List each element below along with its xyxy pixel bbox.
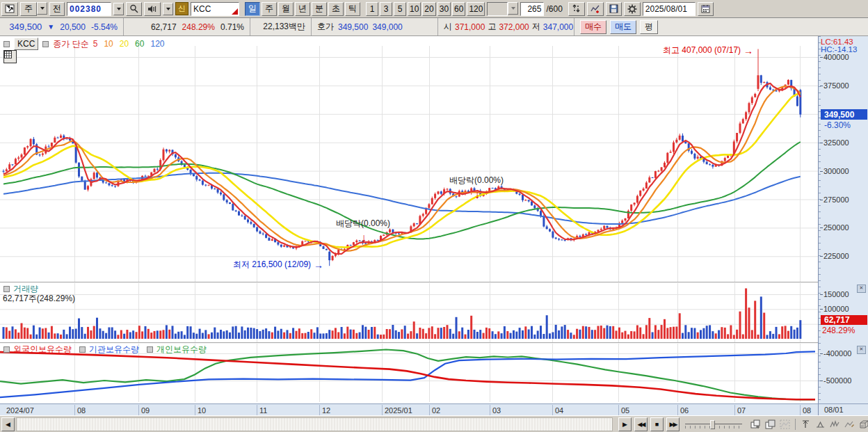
holders-tick--400000: -400000 xyxy=(823,349,851,358)
date-input[interactable]: 2025/08/01 xyxy=(643,2,696,16)
cube-chart-button[interactable] xyxy=(858,418,868,431)
indicator-handle-icon[interactable] xyxy=(42,41,49,47)
stock-name-field[interactable]: KCC xyxy=(191,2,239,16)
copy-window-icon xyxy=(765,419,775,429)
interval-buttons: 13510203060120 xyxy=(366,2,485,16)
gear-icon xyxy=(627,4,637,14)
playback-controls: ▶ ◀◀ ■ ▶▶ xyxy=(617,417,680,431)
period-tab-일[interactable]: 일 xyxy=(245,2,260,16)
x-axis-label-11: 11 xyxy=(257,405,267,415)
interval-button-20[interactable]: 20 xyxy=(422,2,435,16)
chart-plot-area[interactable]: KCC 종가 단순 5102060120 거래량 62,717주(248.29%… xyxy=(0,36,818,403)
extra-combo[interactable] xyxy=(487,2,518,16)
chart-scrollbar-track[interactable] xyxy=(16,417,613,431)
new-window-button[interactable] xyxy=(749,418,762,431)
trend-box-icon xyxy=(780,419,790,429)
holders-handle-icon-2[interactable] xyxy=(147,346,153,353)
fast-forward-button[interactable]: ▶▶ xyxy=(666,417,680,431)
interval-button-120[interactable]: 120 xyxy=(467,2,485,16)
grid-icon xyxy=(4,51,12,58)
x-axis-label-02: 02 xyxy=(429,405,440,415)
quote-turnover: 0.71% xyxy=(220,22,244,32)
period-tab-틱[interactable]: 틱 xyxy=(345,2,360,16)
candle-count-input[interactable]: 265 xyxy=(520,2,544,16)
interval-button-30[interactable]: 30 xyxy=(437,2,451,16)
period-tab-년[interactable]: 년 xyxy=(295,2,310,16)
interval-button-1[interactable]: 1 xyxy=(366,2,378,16)
interval-button-3[interactable]: 3 xyxy=(380,2,392,16)
trend-box-button[interactable] xyxy=(778,418,791,431)
copy-window-button[interactable] xyxy=(764,418,777,431)
save-button[interactable] xyxy=(606,2,622,16)
draw-tool-icon xyxy=(844,419,855,429)
panel-handle-icon[interactable] xyxy=(3,41,10,47)
volume-tick-150000: 150000 xyxy=(823,290,849,298)
stock-name: KCC xyxy=(193,4,211,14)
scroll-left-button[interactable]: ◀ xyxy=(1,417,15,431)
rewind-button[interactable]: ◀◀ xyxy=(634,417,648,431)
interval-button-10[interactable]: 10 xyxy=(408,2,421,16)
play-button[interactable]: ▶ xyxy=(618,417,632,431)
grid-toggle-button[interactable] xyxy=(3,50,17,63)
period-tab-월[interactable]: 월 xyxy=(278,2,294,16)
x-axis-label-09: 09 xyxy=(138,405,150,415)
x-axis: 2024/0708091011122025/0102030405060708 xyxy=(0,403,818,415)
draw-tool-button[interactable] xyxy=(843,418,856,431)
low-label: 저 xyxy=(532,21,540,33)
peak-tool-button[interactable] xyxy=(814,418,827,431)
wave-tool-button[interactable] xyxy=(828,418,842,431)
stock-code-input[interactable]: 002380 xyxy=(67,2,111,16)
holders-handle-icon-1[interactable] xyxy=(79,346,86,353)
price-tick-375000: 375000 xyxy=(823,81,849,90)
ma-legend-10: 10 xyxy=(104,39,113,49)
period-combo-arrow[interactable] xyxy=(37,2,47,15)
current-volume-pct: 248.29% xyxy=(822,326,855,335)
open-price: 371,000 xyxy=(455,22,485,32)
stop-button[interactable]: ■ xyxy=(650,417,664,431)
annotation-low-arrow-icon: → xyxy=(314,262,323,269)
search-button[interactable] xyxy=(126,2,142,16)
main-toolbar: 주 전 002380 신 KCC 일주월년분초틱 13510203060120 … xyxy=(0,0,868,18)
calendar-button[interactable] xyxy=(698,2,714,16)
volume-panel-close-icon[interactable]: ✕ xyxy=(857,285,866,293)
slider-thumb[interactable] xyxy=(710,420,715,429)
toolbar-separator xyxy=(795,419,796,430)
annotation-low: 최저 216,500 (12/09) → xyxy=(233,259,323,271)
interval-button-5[interactable]: 5 xyxy=(394,2,406,16)
holders-legend-1: 기관보유수량 xyxy=(89,344,139,355)
x-axis-label-2025-01: 2025/01 xyxy=(382,405,412,415)
extra-combo-arrow[interactable] xyxy=(508,2,518,15)
period-combo-value[interactable]: 주 xyxy=(20,2,37,16)
settings-button[interactable] xyxy=(624,2,641,16)
avg-button[interactable]: 평 xyxy=(640,20,658,34)
high-price: 372,000 xyxy=(499,22,529,32)
current-price-pct: -6.30% xyxy=(824,120,851,130)
compare-button[interactable] xyxy=(568,2,585,16)
sound-button[interactable] xyxy=(144,2,161,16)
new-stock-badge: 신 xyxy=(175,2,188,15)
trendline-plus-icon xyxy=(590,4,600,13)
holders-handle-icon-0[interactable] xyxy=(3,346,10,353)
volume-handle-icon[interactable] xyxy=(3,286,10,292)
sell-button[interactable]: 매도 xyxy=(610,20,636,34)
holders-panel-close-icon[interactable]: ✕ xyxy=(857,346,866,354)
window-link-icon[interactable] xyxy=(1,2,18,16)
symbol-label[interactable]: KCC xyxy=(14,38,38,50)
period-tab-분[interactable]: 분 xyxy=(312,2,327,16)
quote-volume-ratio: 248.29% xyxy=(182,22,215,32)
y-axis-gutter: LC:61.43 HC:-14.13 349,500 -6.30% 62,717… xyxy=(818,36,868,403)
period-combo[interactable]: 주 xyxy=(20,2,47,16)
buy-button[interactable]: 매수 xyxy=(580,20,606,34)
add-indicator-button[interactable] xyxy=(587,2,604,16)
sound-combo-arrow[interactable] xyxy=(163,3,173,15)
period-tab-초[interactable]: 초 xyxy=(328,2,344,16)
crosshair-tool-button[interactable] xyxy=(799,418,812,431)
price-tick-250000: 250000 xyxy=(823,223,849,232)
annotation-exdiv-2-text: 배당락(0.00%) xyxy=(449,175,504,186)
interval-button-60[interactable]: 60 xyxy=(452,2,465,16)
prev-stock-button[interactable]: 전 xyxy=(49,2,65,16)
period-tab-주[interactable]: 주 xyxy=(262,2,277,16)
crosshair-tool-icon xyxy=(801,419,811,429)
replay-speed-slider[interactable] xyxy=(685,418,742,431)
code-combo-arrow[interactable] xyxy=(113,3,124,15)
